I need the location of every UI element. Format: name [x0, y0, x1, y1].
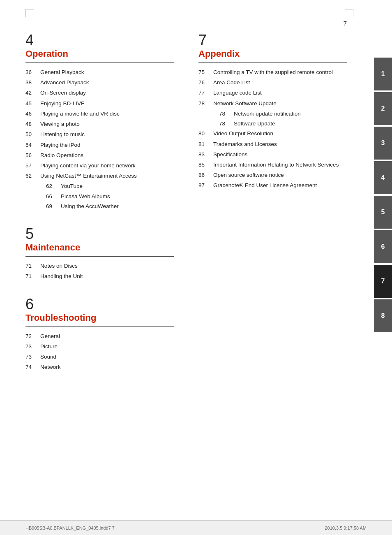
- text-advanced-playback: Advanced Playback: [40, 79, 174, 86]
- sidebar-tab-2[interactable]: 2: [374, 92, 392, 125]
- text-network-update: Network update notification: [234, 110, 347, 118]
- operation-divider: [25, 63, 174, 63]
- text-area-code: Area Code List: [213, 79, 347, 86]
- operation-number: 4: [25, 33, 174, 48]
- maintenance-number: 5: [25, 227, 174, 241]
- toc-entry-area-code[interactable]: 76 Area Code List: [198, 79, 347, 86]
- sidebar-tab-5[interactable]: 5: [374, 196, 392, 229]
- toc-entry-controlling-tv[interactable]: 75 Controlling a TV with the supplied re…: [198, 69, 347, 76]
- toc-sub-accuweather[interactable]: 69 Using the AccuWeather: [25, 203, 174, 210]
- toc-entry-netcast[interactable]: 62 Using NetCast™ Entertainment Access: [25, 172, 174, 180]
- appendix-number: 7: [198, 33, 347, 48]
- text-bd-live: Enjoying BD-LIVE: [40, 100, 174, 107]
- page-76: 76: [198, 79, 213, 86]
- troubleshooting-title: Troubleshooting: [25, 313, 174, 323]
- sidebar-tab-3[interactable]: 3: [374, 127, 392, 160]
- page-57: 57: [25, 162, 40, 169]
- text-handling-unit: Handling the Unit: [40, 273, 174, 280]
- right-column: 7 Appendix 75 Controlling a TV with the …: [190, 33, 347, 387]
- toc-entry-network-ts[interactable]: 74 Network: [25, 364, 174, 371]
- toc-sub-software-update[interactable]: 78 Software Update: [198, 120, 347, 127]
- text-trademarks: Trademarks and Licenses: [213, 141, 347, 148]
- tab-8-label: 8: [381, 312, 385, 320]
- text-accuweather: Using the AccuWeather: [61, 203, 174, 210]
- page-36: 36: [25, 69, 40, 76]
- toc-sub-network-update[interactable]: 78 Network update notification: [198, 110, 347, 118]
- page-72: 72: [25, 333, 40, 340]
- text-sound: Sound: [40, 353, 174, 361]
- page-45: 45: [25, 100, 40, 107]
- page-73b: 73: [25, 353, 40, 361]
- tab-6-label: 6: [381, 243, 385, 250]
- corner-mark-top-right-h: [345, 9, 353, 9]
- sidebar-tab-8[interactable]: 8: [374, 299, 392, 332]
- toc-entry-important-info[interactable]: 85 Important Information Relating to Net…: [198, 161, 347, 169]
- operation-title: Operation: [25, 49, 174, 59]
- page-62: 62: [25, 172, 40, 180]
- page-71a: 71: [25, 262, 40, 270]
- toc-entry-general[interactable]: 72 General: [25, 333, 174, 340]
- toc-sub-youtube[interactable]: 62 YouTube: [25, 183, 174, 190]
- page-38: 38: [25, 79, 40, 86]
- text-netcast: Using NetCast™ Entertainment Access: [40, 172, 174, 180]
- toc-entry-language-code[interactable]: 77 Language code List: [198, 89, 347, 97]
- toc-sub-picasa[interactable]: 66 Picasa Web Albums: [25, 193, 174, 200]
- page-42: 42: [25, 89, 40, 97]
- corner-mark-top-left-h: [25, 9, 34, 9]
- toc-entry-general-playback[interactable]: 36 General Playback: [25, 69, 174, 76]
- toc-entry-open-source[interactable]: 86 Open source software notice: [198, 171, 347, 179]
- toc-entry-notes-discs[interactable]: 71 Notes on Discs: [25, 262, 174, 270]
- toc-entry-home-network[interactable]: 57 Playing content via your home network: [25, 162, 174, 169]
- sidebar-tab-1[interactable]: 1: [374, 58, 392, 90]
- toc-entry-video-output[interactable]: 80 Video Output Resolution: [198, 130, 347, 137]
- toc-entry-advanced-playback[interactable]: 38 Advanced Playback: [25, 79, 174, 86]
- toc-entry-specifications[interactable]: 83 Specifications: [198, 151, 347, 158]
- page-74: 74: [25, 364, 40, 371]
- toc-entry-gracenote[interactable]: 87 Gracenote® End User License Agreement: [198, 182, 347, 189]
- toc-entry-photo[interactable]: 48 Viewing a photo: [25, 120, 174, 128]
- toc-entry-bd-live[interactable]: 45 Enjoying BD-LIVE: [25, 100, 174, 107]
- page-87: 87: [198, 182, 213, 189]
- sidebar-tab-7[interactable]: 7: [374, 265, 392, 298]
- left-column: 4 Operation 36 General Playback 38 Advan…: [25, 33, 190, 387]
- section-operation: 4 Operation 36 General Playback 38 Advan…: [25, 33, 174, 210]
- toc-entry-handling-unit[interactable]: 71 Handling the Unit: [25, 273, 174, 280]
- bottom-filename: HB905SB-A0.BPANLLK_ENG_0405.indd7 7: [25, 526, 325, 530]
- toc-entry-ipod[interactable]: 54 Playing the iPod: [25, 141, 174, 149]
- text-network-ts: Network: [40, 364, 174, 371]
- toc-entry-sound[interactable]: 73 Sound: [25, 353, 174, 361]
- page-50: 50: [25, 131, 40, 138]
- text-specifications: Specifications: [213, 151, 347, 158]
- troubleshooting-number: 6: [25, 297, 174, 312]
- text-movie-file: Playing a movie file and VR disc: [40, 110, 174, 118]
- section-troubleshooting: 6 Troubleshooting 72 General 73 Picture …: [25, 297, 174, 371]
- tab-1-label: 1: [381, 70, 385, 78]
- sidebar-tab-6[interactable]: 6: [374, 230, 392, 263]
- text-photo: Viewing a photo: [40, 120, 174, 128]
- page-54: 54: [25, 141, 40, 149]
- sidebar-tabs: 1 2 3 4 5 6 7 8: [374, 58, 392, 332]
- text-network-software: Network Software Update: [213, 100, 347, 107]
- toc-entry-on-screen[interactable]: 42 On-Screen display: [25, 89, 174, 97]
- toc-entry-movie-file[interactable]: 46 Playing a movie file and VR disc: [25, 110, 174, 118]
- sidebar-tab-4[interactable]: 4: [374, 161, 392, 194]
- maintenance-title: Maintenance: [25, 242, 174, 253]
- toc-entry-picture[interactable]: 73 Picture: [25, 343, 174, 350]
- toc-entry-trademarks[interactable]: 81 Trademarks and Licenses: [198, 141, 347, 148]
- text-gracenote: Gracenote® End User License Agreement: [213, 182, 347, 189]
- tab-5-label: 5: [381, 208, 385, 216]
- page-78a: 78: [198, 100, 213, 107]
- page-75: 75: [198, 69, 213, 76]
- text-general-playback: General Playback: [40, 69, 174, 76]
- toc-entry-radio[interactable]: 56 Radio Operations: [25, 152, 174, 159]
- text-picture: Picture: [40, 343, 174, 350]
- page-wrapper: 7 1 2 3 4 5 6 7 8 4: [0, 0, 392, 535]
- text-software-update: Software Update: [234, 120, 347, 127]
- page-71b: 71: [25, 273, 40, 280]
- page-56: 56: [25, 152, 40, 159]
- text-general: General: [40, 333, 174, 340]
- toc-entry-network-software[interactable]: 78 Network Software Update: [198, 100, 347, 107]
- toc-entry-music[interactable]: 50 Listening to music: [25, 131, 174, 138]
- page-80: 80: [198, 130, 213, 137]
- text-picasa: Picasa Web Albums: [61, 193, 174, 200]
